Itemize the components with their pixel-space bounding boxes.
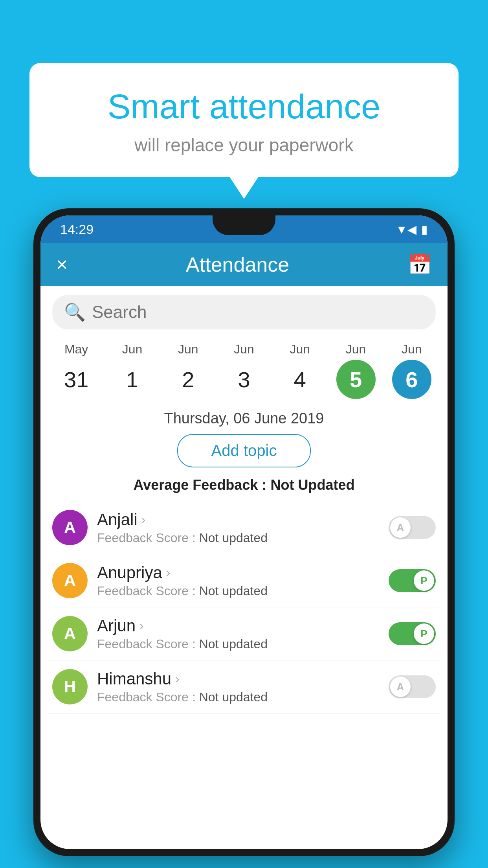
attendance-toggle[interactable]: A xyxy=(389,675,436,698)
student-feedback: Feedback Score : Not updated xyxy=(97,584,389,598)
search-input[interactable] xyxy=(92,302,424,322)
toggle-knob: A xyxy=(390,677,411,697)
cal-date-label: 2 xyxy=(169,360,208,399)
student-name: Anjali › xyxy=(97,510,389,529)
cal-date-label: 6 xyxy=(392,360,431,399)
cal-date-label: 1 xyxy=(112,360,152,399)
student-info: Himanshu ›Feedback Score : Not updated xyxy=(97,669,389,704)
cal-date-label: 4 xyxy=(280,360,319,399)
student-avatar: A xyxy=(52,616,88,651)
calendar-day[interactable]: Jun5 xyxy=(330,342,382,399)
cal-month-label: Jun xyxy=(402,342,422,357)
student-avatar: A xyxy=(52,563,88,598)
student-item[interactable]: HHimanshu ›Feedback Score : Not updatedA xyxy=(48,660,440,714)
wifi-icon: ▼◀ xyxy=(396,223,416,236)
search-icon: 🔍 xyxy=(64,302,86,322)
student-name: Himanshu › xyxy=(97,669,389,688)
attendance-toggle[interactable]: P xyxy=(389,569,436,592)
calendar-strip: May31Jun1Jun2Jun3Jun4Jun5Jun6 xyxy=(40,338,448,399)
average-feedback-label: Average Feedback : xyxy=(134,477,271,493)
add-topic-button[interactable]: Add topic xyxy=(177,434,311,467)
phone-screen: 14:29 ▼◀ ▮ × Attendance 📅 🔍 May31Jun1Jun… xyxy=(40,215,448,849)
status-bar: 14:29 ▼◀ ▮ xyxy=(40,215,448,243)
student-feedback: Feedback Score : Not updated xyxy=(97,690,389,704)
student-item[interactable]: AAnupriya ›Feedback Score : Not updatedP xyxy=(48,554,440,607)
calendar-day[interactable]: Jun6 xyxy=(386,342,437,399)
status-time: 14:29 xyxy=(60,222,94,237)
attendance-toggle[interactable]: A xyxy=(389,516,436,539)
student-name: Anupriya › xyxy=(97,563,389,582)
speech-bubble: Smart attendance will replace your paper… xyxy=(29,63,459,177)
speech-bubble-title: Smart attendance xyxy=(49,86,439,127)
average-feedback: Average Feedback : Not Updated xyxy=(40,477,448,493)
student-avatar: A xyxy=(52,510,88,545)
calendar-day[interactable]: May31 xyxy=(51,342,102,399)
student-info: Arjun ›Feedback Score : Not updated xyxy=(97,616,389,651)
cal-date-label: 5 xyxy=(336,360,376,399)
battery-icon: ▮ xyxy=(421,223,428,236)
notch xyxy=(213,215,275,235)
app-bar: × Attendance 📅 xyxy=(40,243,448,286)
cal-month-label: Jun xyxy=(290,342,310,357)
toggle-knob: A xyxy=(390,517,411,538)
cal-month-label: May xyxy=(64,342,88,357)
attendance-toggle[interactable]: P xyxy=(389,622,436,645)
cal-month-label: Jun xyxy=(234,342,254,357)
student-feedback: Feedback Score : Not updated xyxy=(97,637,389,651)
cal-month-label: Jun xyxy=(346,342,366,357)
student-info: Anupriya ›Feedback Score : Not updated xyxy=(97,563,389,598)
selected-date: Thursday, 06 June 2019 xyxy=(40,410,448,427)
app-bar-title: Attendance xyxy=(186,253,289,276)
student-item[interactable]: AArjun ›Feedback Score : Not updatedP xyxy=(48,607,440,660)
status-icons: ▼◀ ▮ xyxy=(396,223,428,236)
calendar-day[interactable]: Jun3 xyxy=(218,342,270,399)
cal-month-label: Jun xyxy=(178,342,198,357)
calendar-icon[interactable]: 📅 xyxy=(407,253,432,276)
toggle-knob: P xyxy=(414,570,434,591)
student-item[interactable]: AAnjali ›Feedback Score : Not updatedA xyxy=(48,501,440,554)
chevron-right-icon: › xyxy=(139,618,144,633)
calendar-day[interactable]: Jun1 xyxy=(106,342,158,399)
chevron-right-icon: › xyxy=(166,565,171,580)
student-avatar: H xyxy=(52,669,88,704)
chevron-right-icon: › xyxy=(175,671,180,686)
student-feedback: Feedback Score : Not updated xyxy=(97,531,389,545)
chevron-right-icon: › xyxy=(141,512,146,527)
speech-bubble-subtitle: will replace your paperwork xyxy=(49,134,439,156)
close-icon[interactable]: × xyxy=(56,253,68,276)
cal-month-label: Jun xyxy=(122,342,143,357)
cal-date-label: 3 xyxy=(224,360,264,399)
cal-date-label: 31 xyxy=(57,360,96,399)
calendar-day[interactable]: Jun2 xyxy=(163,342,214,399)
search-bar[interactable]: 🔍 xyxy=(52,295,436,329)
student-info: Anjali ›Feedback Score : Not updated xyxy=(97,510,389,545)
toggle-knob: P xyxy=(414,623,434,644)
phone-frame: 14:29 ▼◀ ▮ × Attendance 📅 🔍 May31Jun1Jun… xyxy=(33,208,455,856)
student-name: Arjun › xyxy=(97,616,389,635)
student-list: AAnjali ›Feedback Score : Not updatedAAA… xyxy=(40,501,448,714)
calendar-day[interactable]: Jun4 xyxy=(274,342,325,399)
average-feedback-value: Not Updated xyxy=(270,477,354,493)
